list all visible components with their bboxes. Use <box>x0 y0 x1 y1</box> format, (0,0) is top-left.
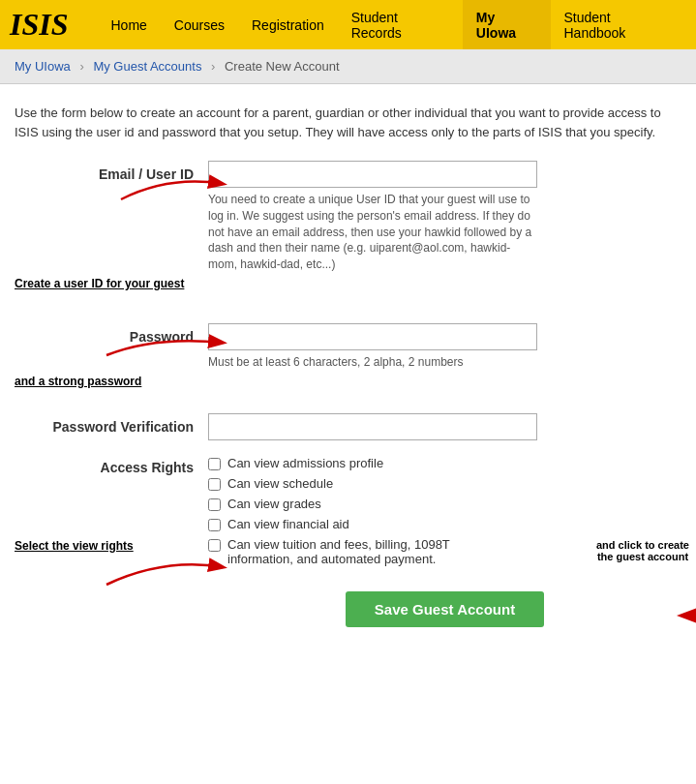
form-area: Email / User ID You need to create a uni… <box>15 161 681 627</box>
nav-student-records[interactable]: Student Records <box>338 0 463 49</box>
breadcrumb-sep-1: › <box>79 59 83 74</box>
password-verify-label: Password Verification <box>15 413 208 435</box>
nav-myuiowa[interactable]: My UIowa <box>463 0 551 49</box>
intro-text: Use the form below to create an account … <box>15 104 681 141</box>
email-input[interactable] <box>208 161 537 188</box>
password-hint: Must be at least 6 characters, 2 alpha, … <box>208 354 537 371</box>
nav-courses[interactable]: Courses <box>161 0 238 49</box>
annotation-password: and a strong password <box>15 375 141 388</box>
check-schedule[interactable]: Can view schedule <box>208 476 681 491</box>
checkbox-admissions[interactable] <box>208 458 221 470</box>
check-financial-aid[interactable]: Can view financial aid <box>208 517 681 531</box>
arrow-save <box>672 596 696 635</box>
nav-handbook[interactable]: Student Handbook <box>551 0 687 49</box>
email-field-container: You need to create a unique User ID that… <box>208 161 681 273</box>
access-rights-row: Access Rights Can view admissions profil… <box>15 456 681 572</box>
password-row: Password Must be at least 6 characters, … <box>15 323 681 371</box>
email-hint: You need to create a unique User ID that… <box>208 192 537 273</box>
check-tuition-label: Can view tuition and fees, billing, 1098… <box>227 537 479 566</box>
main-nav: Home Courses Registration Student Record… <box>98 0 687 49</box>
access-label: Access Rights <box>15 456 208 475</box>
check-schedule-label: Can view schedule <box>227 476 333 491</box>
checkbox-schedule[interactable] <box>208 478 221 491</box>
content: Use the form below to create an account … <box>0 84 696 647</box>
password-field-container: Must be at least 6 characters, 2 alpha, … <box>208 323 681 371</box>
check-grades[interactable]: Can view grades <box>208 497 681 511</box>
annotation-userid: Create a user ID for your guest <box>15 277 184 290</box>
breadcrumb-sep-2: › <box>211 59 215 74</box>
check-grades-label: Can view grades <box>227 497 321 511</box>
password-verify-row: Password Verification <box>15 413 681 440</box>
password-verify-container <box>208 413 681 440</box>
check-admissions[interactable]: Can view admissions profile <box>208 456 681 470</box>
header: ISIS Home Courses Registration Student R… <box>0 0 696 49</box>
nav-home[interactable]: Home <box>98 0 161 49</box>
check-admissions-label: Can view admissions profile <box>227 456 383 470</box>
checkbox-tuition[interactable] <box>208 539 221 552</box>
nav-registration[interactable]: Registration <box>238 0 338 49</box>
check-tuition[interactable]: Can view tuition and fees, billing, 1098… <box>208 537 479 566</box>
breadcrumb-guest-accounts[interactable]: My Guest Accounts <box>93 59 201 74</box>
password-verify-input[interactable] <box>208 413 537 440</box>
logo: ISIS <box>10 7 69 43</box>
password-input[interactable] <box>208 323 537 350</box>
annotation-click-create: and click to create the guest account <box>594 539 691 562</box>
email-label: Email / User ID <box>15 161 208 182</box>
check-financial-aid-label: Can view financial aid <box>227 517 349 531</box>
save-guest-account-button[interactable]: Save Guest Account <box>346 591 544 627</box>
annotation-view-rights: Select the view rights <box>15 539 134 553</box>
breadcrumb-myuiowa[interactable]: My UIowa <box>15 59 71 74</box>
checkbox-grades[interactable] <box>208 498 221 511</box>
breadcrumb-current: Create New Account <box>225 59 340 74</box>
breadcrumb: My UIowa › My Guest Accounts › Create Ne… <box>0 49 696 84</box>
password-label: Password <box>15 323 208 345</box>
save-row: Save Guest Account <box>208 591 681 627</box>
email-row: Email / User ID You need to create a uni… <box>15 161 681 273</box>
checkbox-financial-aid[interactable] <box>208 519 221 531</box>
